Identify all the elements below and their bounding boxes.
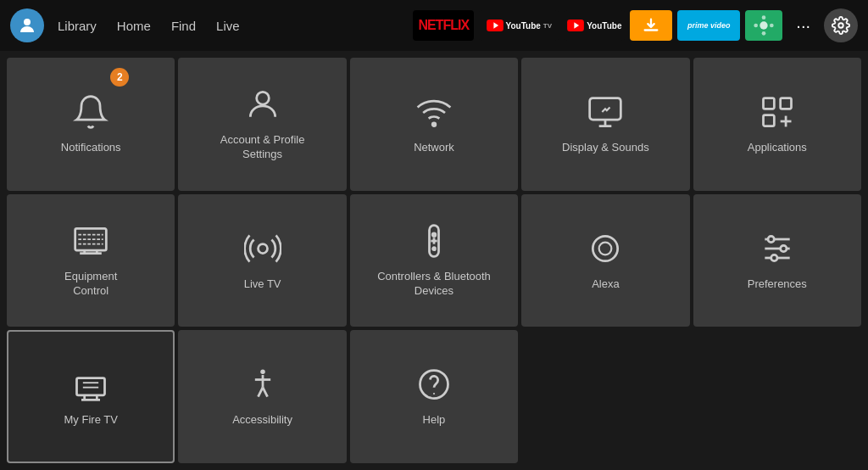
- notifications-label: Notifications: [61, 141, 121, 155]
- prime-video-app-icon[interactable]: prime video: [677, 10, 740, 41]
- display-icon: [587, 93, 624, 131]
- settings-grid: 2 Notifications Account & Profile Settin…: [0, 51, 868, 470]
- nav-live[interactable]: Live: [216, 19, 240, 33]
- bell-icon: [72, 93, 109, 131]
- svg-point-32: [593, 236, 618, 260]
- equipment-label: Equipment Control: [64, 270, 117, 299]
- myfiretv-label: My Fire TV: [64, 413, 118, 428]
- svg-point-37: [768, 236, 774, 242]
- preferences-label: Preferences: [748, 277, 807, 292]
- firetv-icon: [72, 366, 109, 403]
- accessibility-icon: [244, 366, 281, 403]
- tile-notifications[interactable]: 2 Notifications: [7, 58, 175, 191]
- svg-point-12: [432, 123, 436, 126]
- tile-empty-1: [521, 330, 689, 463]
- tile-livetv[interactable]: Live TV: [178, 194, 346, 327]
- extra-app-icon[interactable]: [745, 10, 782, 41]
- svg-point-52: [433, 393, 435, 394]
- notifications-badge: 2: [110, 68, 129, 87]
- applications-label: Applications: [748, 141, 807, 155]
- svg-point-5: [760, 21, 768, 29]
- svg-point-6: [762, 15, 766, 20]
- settings-button[interactable]: [824, 8, 858, 42]
- svg-point-31: [433, 248, 436, 250]
- svg-point-26: [258, 243, 267, 253]
- tile-applications[interactable]: Applications: [693, 58, 861, 191]
- tile-myfiretv[interactable]: My Fire TV: [7, 330, 175, 463]
- wifi-icon: [415, 93, 453, 131]
- account-label: Account & Profile Settings: [220, 133, 305, 162]
- app-icons-bar: NETFLIX YouTube TV YouTube prime video: [413, 10, 782, 41]
- help-label: Help: [423, 413, 446, 428]
- remote-icon: [415, 222, 453, 260]
- user-avatar[interactable]: [10, 8, 44, 42]
- person-icon: [244, 86, 281, 123]
- nav-home[interactable]: Home: [117, 19, 151, 33]
- more-button[interactable]: ···: [789, 13, 817, 39]
- tile-preferences[interactable]: Preferences: [693, 194, 861, 327]
- youtube-app-icon[interactable]: YouTube: [564, 10, 625, 41]
- tile-display[interactable]: Display & Sounds: [521, 58, 689, 191]
- tile-alexa[interactable]: Alexa: [521, 194, 689, 327]
- nav-library[interactable]: Library: [58, 19, 97, 33]
- alexa-label: Alexa: [592, 277, 620, 292]
- help-icon: [415, 366, 453, 403]
- svg-point-28: [432, 233, 436, 237]
- display-label: Display & Sounds: [562, 141, 649, 155]
- youtubetv-app-icon[interactable]: YouTube TV: [479, 10, 559, 41]
- tile-network[interactable]: Network: [350, 58, 518, 191]
- nav-find[interactable]: Find: [171, 19, 196, 33]
- svg-point-11: [256, 92, 269, 105]
- antenna-icon: [244, 230, 281, 267]
- svg-rect-14: [763, 98, 774, 109]
- livetv-label: Live TV: [244, 277, 281, 292]
- alexa-icon: [587, 230, 624, 267]
- accessibility-label: Accessibility: [232, 413, 292, 428]
- tv-icon: [72, 222, 109, 260]
- svg-point-7: [762, 31, 766, 36]
- netflix-app-icon[interactable]: NETFLIX: [413, 10, 474, 41]
- network-label: Network: [414, 141, 454, 155]
- svg-line-50: [263, 388, 268, 397]
- top-navigation: Library Home Find Live NETFLIX YouTube T…: [0, 0, 868, 51]
- tile-empty-2: [693, 330, 861, 463]
- svg-point-38: [780, 245, 786, 251]
- sliders-icon: [759, 230, 796, 267]
- nav-links: Library Home Find Live: [58, 19, 240, 33]
- svg-point-0: [24, 19, 31, 25]
- svg-point-33: [599, 242, 612, 255]
- svg-line-49: [258, 388, 263, 397]
- svg-point-39: [771, 255, 776, 260]
- apps-icon: [759, 93, 796, 131]
- svg-point-9: [770, 24, 774, 28]
- controllers-label: Controllers & Bluetooth Devices: [377, 270, 491, 299]
- tile-account[interactable]: Account & Profile Settings: [178, 58, 346, 191]
- tile-controllers[interactable]: Controllers & Bluetooth Devices: [350, 194, 518, 327]
- svg-rect-16: [763, 115, 774, 126]
- svg-rect-15: [780, 98, 791, 109]
- tile-accessibility[interactable]: Accessibility: [178, 330, 346, 463]
- svg-point-8: [754, 24, 759, 28]
- downloader-app-icon[interactable]: [630, 10, 672, 41]
- tile-equipment[interactable]: Equipment Control: [7, 194, 175, 327]
- tile-help[interactable]: Help: [350, 330, 518, 463]
- svg-point-46: [260, 370, 265, 375]
- svg-point-10: [838, 23, 843, 28]
